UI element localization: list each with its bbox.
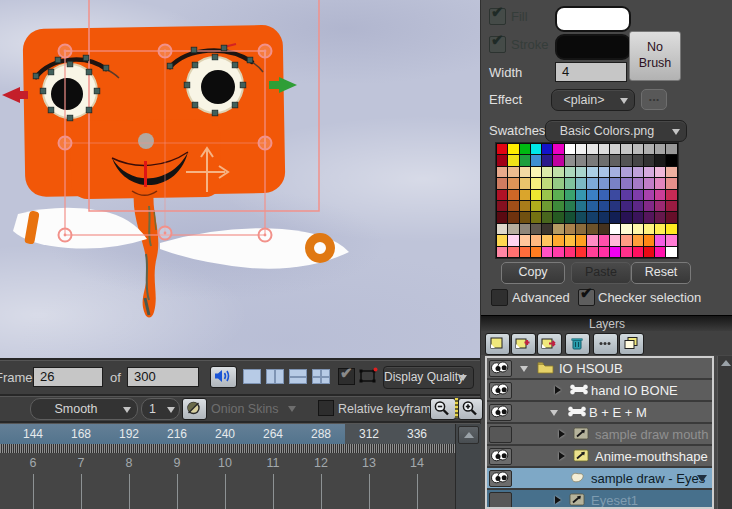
- visibility-eye-icon[interactable]: [489, 360, 512, 377]
- expand-arrow-icon[interactable]: [559, 430, 565, 438]
- palette-swatch[interactable]: [497, 190, 507, 200]
- visibility-eye-icon[interactable]: [489, 404, 512, 421]
- no-brush-button[interactable]: No Brush: [629, 31, 681, 81]
- fill-color-swatch[interactable]: [555, 6, 631, 32]
- swatches-dropdown[interactable]: Basic Colors.png: [545, 120, 687, 142]
- audio-button[interactable]: [210, 366, 237, 388]
- palette-swatch[interactable]: [520, 212, 530, 222]
- palette-swatch[interactable]: [621, 178, 631, 188]
- palette-swatch[interactable]: [655, 212, 665, 222]
- palette-swatch[interactable]: [553, 247, 563, 257]
- expand-arrow-icon[interactable]: [555, 496, 561, 504]
- palette-swatch[interactable]: [565, 155, 575, 165]
- palette-swatch[interactable]: [531, 155, 541, 165]
- palette-swatch[interactable]: [553, 201, 563, 211]
- palette-swatch[interactable]: [542, 235, 552, 245]
- palette-swatch[interactable]: [599, 235, 609, 245]
- layer-list-scrollbar[interactable]: [717, 356, 732, 509]
- palette-swatch[interactable]: [520, 190, 530, 200]
- palette-swatch[interactable]: [576, 178, 586, 188]
- palette-swatch[interactable]: [633, 235, 643, 245]
- palette-swatch[interactable]: [497, 178, 507, 188]
- palette-swatch[interactable]: [508, 155, 518, 165]
- palette-swatch[interactable]: [644, 144, 654, 154]
- palette-swatch[interactable]: [666, 212, 676, 222]
- palette-swatch[interactable]: [542, 155, 552, 165]
- palette-swatch[interactable]: [666, 224, 676, 234]
- copy-button[interactable]: Copy: [501, 262, 565, 284]
- palette-swatch[interactable]: [666, 235, 676, 245]
- palette-swatch[interactable]: [508, 167, 518, 177]
- palette-swatch[interactable]: [666, 144, 676, 154]
- palette-swatch[interactable]: [587, 167, 597, 177]
- palette-swatch[interactable]: [520, 247, 530, 257]
- palette-swatch[interactable]: [666, 155, 676, 165]
- view-split-vertical-button[interactable]: [265, 368, 285, 385]
- step-dropdown[interactable]: 1: [141, 398, 180, 420]
- palette-swatch[interactable]: [497, 155, 507, 165]
- palette-swatch[interactable]: [576, 247, 586, 257]
- layer-reference-button[interactable]: [537, 333, 562, 355]
- palette-swatch[interactable]: [621, 144, 631, 154]
- palette-swatch[interactable]: [553, 167, 563, 177]
- palette-swatch[interactable]: [621, 224, 631, 234]
- visibility-eye-icon[interactable]: [489, 382, 512, 399]
- palette-swatch[interactable]: [576, 144, 586, 154]
- view-quad-button[interactable]: [311, 368, 331, 385]
- palette-swatch[interactable]: [520, 224, 530, 234]
- relative-keyframing-checkbox[interactable]: [318, 400, 334, 416]
- visibility-eye-icon[interactable]: [489, 470, 512, 487]
- palette-swatch[interactable]: [621, 167, 631, 177]
- palette-swatch[interactable]: [666, 201, 676, 211]
- palette-swatch[interactable]: [633, 201, 643, 211]
- palette-swatch[interactable]: [655, 235, 665, 245]
- stereo-checkbox[interactable]: ✔: [338, 368, 355, 385]
- palette-swatch[interactable]: [644, 201, 654, 211]
- palette-swatch[interactable]: [587, 201, 597, 211]
- palette-swatch[interactable]: [531, 178, 541, 188]
- palette-swatch[interactable]: [565, 190, 575, 200]
- palette-swatch[interactable]: [587, 224, 597, 234]
- palette-swatch[interactable]: [655, 190, 665, 200]
- palette-swatch[interactable]: [531, 235, 541, 245]
- palette-swatch[interactable]: [576, 212, 586, 222]
- palette-swatch[interactable]: [610, 155, 620, 165]
- palette-swatch[interactable]: [644, 167, 654, 177]
- canvas-viewport[interactable]: [0, 0, 480, 358]
- palette-swatch[interactable]: [599, 190, 609, 200]
- palette-swatch[interactable]: [587, 155, 597, 165]
- width-input[interactable]: 4: [555, 62, 627, 82]
- palette-swatch[interactable]: [553, 190, 563, 200]
- palette-swatch[interactable]: [576, 224, 586, 234]
- palette-swatch[interactable]: [531, 167, 541, 177]
- palette-swatch[interactable]: [666, 178, 676, 188]
- palette-swatch[interactable]: [610, 235, 620, 245]
- palette-swatch[interactable]: [520, 178, 530, 188]
- paste-button[interactable]: Paste: [571, 262, 631, 284]
- palette-swatch[interactable]: [576, 190, 586, 200]
- palette-swatch[interactable]: [565, 178, 575, 188]
- palette-swatch[interactable]: [520, 167, 530, 177]
- frame-input[interactable]: 26: [33, 367, 103, 387]
- palette-swatch[interactable]: [599, 212, 609, 222]
- scroll-up-button[interactable]: [458, 426, 479, 444]
- layer-row[interactable]: sample draw - Eyes: [487, 468, 712, 488]
- palette-swatch[interactable]: [553, 144, 563, 154]
- palette-swatch[interactable]: [621, 247, 631, 257]
- palette-swatch[interactable]: [610, 224, 620, 234]
- palette-swatch[interactable]: [655, 155, 665, 165]
- palette-swatch[interactable]: [655, 167, 665, 177]
- palette-swatch[interactable]: [565, 201, 575, 211]
- palette-swatch[interactable]: [599, 155, 609, 165]
- reset-button[interactable]: Reset: [631, 262, 691, 284]
- palette-swatch[interactable]: [587, 235, 597, 245]
- palette-swatch[interactable]: [576, 167, 586, 177]
- palette-swatch[interactable]: [497, 212, 507, 222]
- palette-swatch[interactable]: [508, 224, 518, 234]
- layer-row[interactable]: Eyeset1: [487, 490, 712, 509]
- palette-swatch[interactable]: [599, 247, 609, 257]
- onion-skin-button[interactable]: [182, 398, 207, 420]
- palette-swatch[interactable]: [587, 144, 597, 154]
- expand-arrow-icon[interactable]: [555, 386, 561, 394]
- palette-swatch[interactable]: [655, 224, 665, 234]
